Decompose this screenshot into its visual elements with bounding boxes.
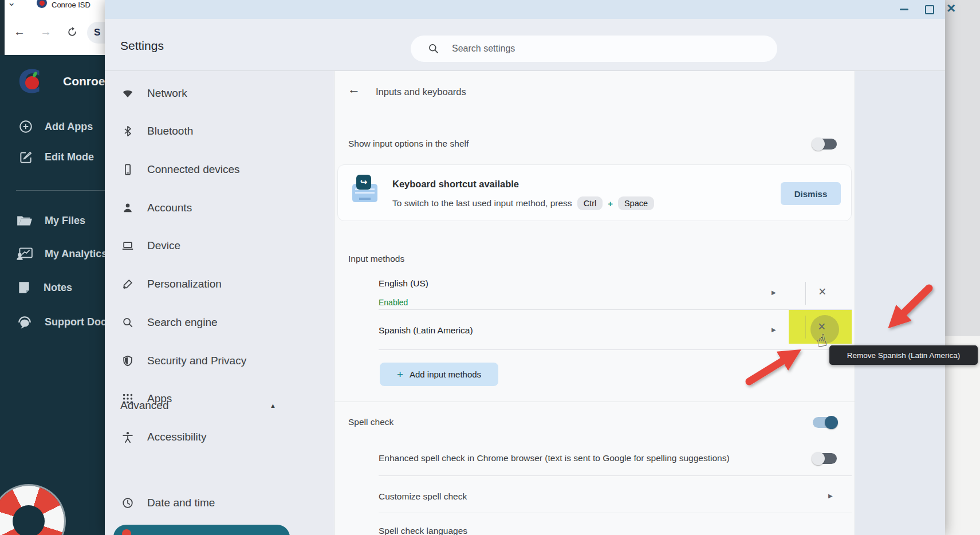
chevron-right-icon[interactable]: ▶ xyxy=(772,289,776,296)
nav-item-bluetooth[interactable]: Bluetooth xyxy=(121,120,193,143)
divider xyxy=(379,309,852,310)
conroe-logo: C xyxy=(18,67,48,97)
sidebar-item-notes[interactable]: Notes xyxy=(16,280,72,295)
enhanced-spell-check-toggle[interactable] xyxy=(813,453,837,464)
sidebar-item-support-docs[interactable]: Support Docs xyxy=(16,314,105,330)
keyboard-shortcut-card xyxy=(337,164,852,221)
nav-item-network[interactable]: Network xyxy=(121,82,187,105)
brush-icon xyxy=(121,278,134,290)
desktop-background-top xyxy=(945,0,980,336)
toggle-knob xyxy=(812,137,825,151)
nav-item-search-engine[interactable]: Search engine xyxy=(121,311,218,334)
divider xyxy=(379,513,852,513)
switch-arrow-icon: ↪ xyxy=(356,175,371,190)
desktop-background-bottom xyxy=(945,336,980,535)
nav-item-device[interactable]: Device xyxy=(121,234,180,257)
minimize-button[interactable] xyxy=(900,9,908,10)
support-headset-icon xyxy=(16,314,33,330)
nav-item-date-time[interactable]: Date and time xyxy=(121,491,215,514)
enhanced-spell-check-label: Enhanced spell check in Chrome browser (… xyxy=(379,453,730,463)
site-letter: S xyxy=(94,27,100,38)
input-method-name: Spanish (Latin America) xyxy=(379,325,473,336)
section-divider xyxy=(334,402,855,402)
edit-pencil-icon xyxy=(18,150,33,164)
customize-spell-check-label: Customize spell check xyxy=(379,491,467,502)
nav-item-personalization[interactable]: Personalization xyxy=(121,273,222,296)
browser-forward-button[interactable]: → xyxy=(40,25,52,38)
browser-reload-button[interactable] xyxy=(66,26,78,40)
person-icon xyxy=(121,202,134,214)
sidebar-item-label: My Analytics xyxy=(45,248,105,260)
phone-icon xyxy=(121,163,134,176)
nav-item-connected-devices[interactable]: Connected devices xyxy=(121,158,240,181)
apple-logo-icon xyxy=(40,1,45,6)
chevron-down-icon[interactable]: ⌄ xyxy=(7,0,15,9)
settings-search[interactable]: Search settings xyxy=(411,36,777,62)
divider xyxy=(379,475,852,476)
spell-check-toggle[interactable] xyxy=(813,417,837,428)
remove-english-button[interactable]: × xyxy=(818,285,826,298)
sidebar-item-edit-mode[interactable]: Edit Mode xyxy=(18,150,94,164)
red-dot-icon xyxy=(122,529,131,535)
divider xyxy=(805,282,806,305)
laptop-icon xyxy=(121,239,134,252)
settings-window: × Settings Search settings Network Bluet… xyxy=(105,0,945,535)
reload-icon xyxy=(66,26,78,38)
close-button[interactable]: × xyxy=(947,0,955,17)
analytics-board-icon xyxy=(16,246,33,261)
shelf-option-label: Show input options in the shelf xyxy=(348,139,469,149)
input-methods-section-label: Input methods xyxy=(348,254,404,264)
maximize-button[interactable] xyxy=(925,5,934,14)
browser-back-button[interactable]: ← xyxy=(14,25,25,38)
wifi-icon xyxy=(121,87,134,100)
plus-circle-icon xyxy=(18,119,33,134)
bluetooth-icon xyxy=(121,125,134,137)
plus-separator: + xyxy=(608,199,613,209)
app-sidebar: C Conroe Add Apps Edit Mode My Files My … xyxy=(0,55,105,535)
sidebar-item-my-analytics[interactable]: My Analytics xyxy=(16,246,105,261)
nav-item-accounts[interactable]: Accounts xyxy=(121,196,192,219)
shortcut-card-description: To switch to the last used input method,… xyxy=(392,196,654,210)
plus-icon: + xyxy=(397,368,403,381)
divider xyxy=(379,349,852,350)
dismiss-button[interactable]: Dismiss xyxy=(781,182,841,205)
nav-item-accessibility[interactable]: Accessibility xyxy=(121,426,206,449)
space-key-chip: Space xyxy=(618,196,654,210)
window-titlebar[interactable] xyxy=(105,0,945,19)
right-gutter xyxy=(855,71,945,535)
preserver-hole xyxy=(13,505,45,535)
sidebar-item-label: Notes xyxy=(44,282,72,294)
clock-icon xyxy=(121,497,134,509)
shelf-option-toggle[interactable] xyxy=(813,139,837,150)
sidebar-item-label: Add Apps xyxy=(45,121,93,133)
folder-icon xyxy=(16,213,33,228)
divider xyxy=(805,316,806,339)
shield-icon xyxy=(121,355,134,367)
sidebar-item-label: Support Docs xyxy=(45,316,105,328)
chevron-right-icon[interactable]: ▶ xyxy=(772,326,776,333)
sidebar-item-add-apps[interactable]: Add Apps xyxy=(18,119,93,134)
keyboard-shortcut-icon: ↪ xyxy=(352,176,379,203)
app-title: Settings xyxy=(120,39,164,53)
brand-name: Conroe xyxy=(63,74,105,88)
spell-check-languages-label: Spell check languages xyxy=(379,526,467,535)
sidebar-item-my-files[interactable]: My Files xyxy=(16,213,85,228)
caret-up-icon: ▲ xyxy=(270,402,276,409)
browser-tab-title[interactable]: Conroe ISD xyxy=(52,1,90,9)
teal-action-pill[interactable] xyxy=(113,525,290,535)
nav-item-security-privacy[interactable]: Security and Privacy xyxy=(121,349,246,372)
ctrl-key-chip: Ctrl xyxy=(577,196,603,210)
chevron-right-icon[interactable]: ▶ xyxy=(828,493,833,499)
add-input-methods-button[interactable]: + Add input methods xyxy=(380,363,498,386)
remove-tooltip: Remove Spanish (Latin America) xyxy=(829,345,978,365)
back-arrow-button[interactable]: ← xyxy=(348,82,360,97)
search-icon xyxy=(121,316,134,329)
toggle-knob xyxy=(812,452,825,465)
sidebar-item-label: Edit Mode xyxy=(45,151,94,163)
note-icon xyxy=(16,280,32,295)
accessibility-icon xyxy=(121,431,134,443)
nav-advanced-toggle[interactable]: Advanced ▲ xyxy=(120,394,276,417)
browser-chrome: ⌄ Conroe ISD ← → S xyxy=(0,0,105,55)
window-edge-strip xyxy=(0,0,5,55)
divider xyxy=(16,190,105,191)
